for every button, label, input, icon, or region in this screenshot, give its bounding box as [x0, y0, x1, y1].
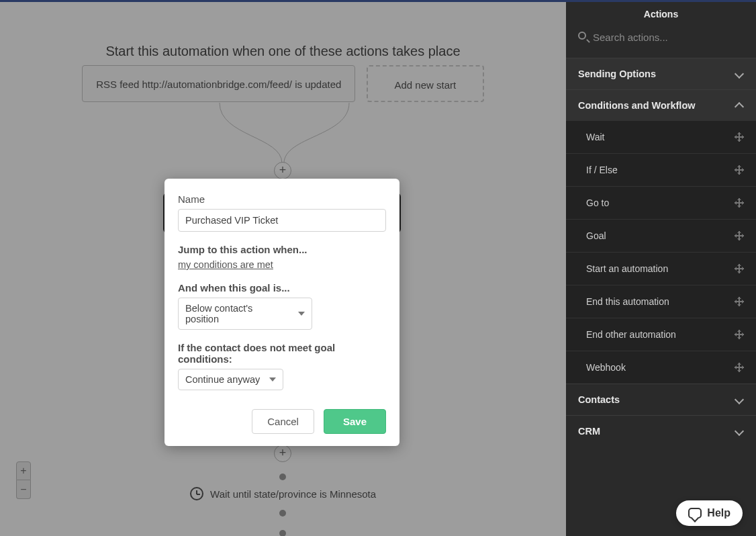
action-end-this-automation[interactable]: End this automation	[566, 285, 756, 318]
action-label: End this automation	[586, 296, 669, 307]
drag-icon	[735, 165, 744, 175]
action-if-else[interactable]: If / Else	[566, 153, 756, 186]
search-icon	[578, 32, 586, 40]
conditions-link[interactable]: my conditions are met	[178, 259, 273, 270]
section-label: Sending Options	[578, 69, 656, 79]
help-button[interactable]: Help	[676, 500, 743, 526]
name-label: Name	[178, 193, 386, 205]
chevron-down-icon	[735, 395, 744, 404]
modal-footer: Cancel Save	[178, 409, 386, 434]
drag-icon	[735, 363, 744, 372]
action-start-automation[interactable]: Start an automation	[566, 252, 756, 285]
section-label: CRM	[578, 426, 600, 437]
sidebar-search	[566, 26, 756, 58]
goal-settings-modal: Name Jump to this action when... my cond…	[164, 179, 399, 446]
action-label: If / Else	[586, 165, 618, 175]
search-actions-input[interactable]	[577, 26, 745, 48]
goal-position-select[interactable]: Below contact's position	[178, 298, 312, 330]
action-webhook[interactable]: Webhook	[566, 351, 756, 384]
section-label: Conditions and Workflow	[578, 100, 696, 111]
chevron-down-icon	[735, 427, 744, 436]
jump-label: Jump to this action when...	[178, 244, 386, 255]
cancel-button[interactable]: Cancel	[252, 409, 314, 434]
fail-condition-select[interactable]: Continue anyway	[178, 369, 283, 390]
action-label: End other automation	[586, 329, 676, 340]
drag-icon	[735, 231, 744, 240]
actions-sidebar: Actions Sending Options Conditions and W…	[566, 2, 756, 536]
chevron-down-icon	[298, 312, 305, 316]
action-label: Start an automation	[586, 263, 668, 274]
conditions-items: Wait If / Else Go to Goal Start an autom…	[566, 121, 756, 384]
fail-condition-label: If the contact does not meet goal condit…	[178, 342, 386, 365]
sidebar-title: Actions	[566, 2, 756, 26]
section-label: Contacts	[578, 394, 620, 405]
action-goal[interactable]: Goal	[566, 219, 756, 252]
section-conditions-workflow[interactable]: Conditions and Workflow	[566, 90, 756, 121]
chevron-down-icon	[735, 69, 744, 79]
goal-position-label: And when this goal is...	[178, 282, 386, 294]
section-sending-options[interactable]: Sending Options	[566, 58, 756, 89]
drag-icon	[735, 132, 744, 142]
drag-icon	[735, 297, 744, 306]
action-label: Goal	[586, 230, 606, 241]
action-go-to[interactable]: Go to	[566, 186, 756, 219]
action-label: Wait	[586, 132, 604, 142]
section-crm[interactable]: CRM	[566, 416, 756, 447]
action-label: Webhook	[586, 362, 626, 373]
save-button[interactable]: Save	[324, 409, 386, 434]
drag-icon	[735, 330, 744, 339]
drag-icon	[735, 198, 744, 208]
action-wait[interactable]: Wait	[566, 121, 756, 153]
action-label: Go to	[586, 197, 609, 208]
section-contacts[interactable]: Contacts	[566, 384, 756, 415]
action-end-other-automation[interactable]: End other automation	[566, 318, 756, 351]
chevron-up-icon	[735, 102, 744, 111]
chevron-down-icon	[269, 377, 276, 382]
chat-icon	[688, 508, 702, 519]
goal-name-input[interactable]	[178, 209, 386, 232]
drag-icon	[735, 264, 744, 273]
goal-position-value: Below contact's position	[185, 303, 289, 324]
fail-condition-value: Continue anyway	[185, 374, 260, 385]
help-label: Help	[707, 507, 730, 519]
